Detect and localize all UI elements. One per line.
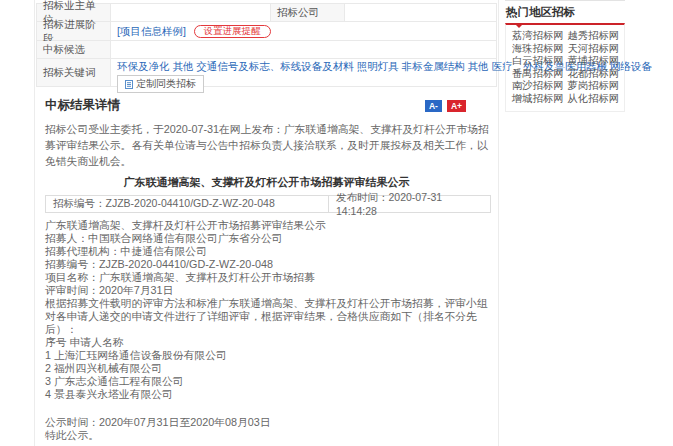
body-line: 特此公示。 [45, 429, 488, 442]
region-link[interactable]: 海珠招标网 [512, 43, 563, 56]
table-row: 招标进展阶段 [项目信息样例] 设置进展提醒 [37, 22, 496, 41]
body-line-text: 序号 申请人名称 [45, 336, 124, 348]
region-link[interactable]: 南沙招标网 [512, 80, 563, 93]
body-line: 4 景县泰兴永塔业有限公司 [45, 388, 488, 401]
keywords-label: 招标关键词 [37, 59, 111, 86]
body-line-text: 广东联通增高架、支撑杆及灯杆公开市场招募评审结果公示 [45, 219, 326, 231]
customize-similar-bids-button[interactable]: 定制同类招标 [117, 75, 204, 93]
region-link[interactable]: 天河招标网 [567, 43, 618, 56]
winning-candidate-value [111, 41, 496, 58]
hot-regions-box: 荔湾招标网海珠招标网白云招标网番禺招标网南沙招标网增城招标网 越秀招标网天河招标… [505, 23, 625, 112]
result-detail-section: 中标结果详情 A- A+ 招标公司受业主委托，于2020-07-31在网上发布：… [35, 87, 498, 446]
body-line-text: 2 福州四兴机械有限公司 [45, 362, 162, 374]
bid-company-label: 招标公司 [271, 4, 345, 21]
region-link[interactable]: 荔湾招标网 [512, 30, 563, 43]
table-row: 招标业主单位 招标公司 [37, 4, 496, 22]
body-line: 根据招募文件载明的评审方法和标准广东联通增高架、支撑杆及灯杆公开市场招募，评审小… [45, 297, 488, 336]
sidebar-divider [505, 0, 625, 1]
document-icon [125, 80, 133, 89]
body-line-text: 招募编号：ZJZB-2020-04410/GD-Z-WZ-20-048 [45, 258, 273, 270]
hot-regions-col1: 荔湾招标网海珠招标网白云招标网番禺招标网南沙招标网增城招标网 [512, 30, 563, 105]
body-line-text: 招募代理机构：中捷通信有限公司 [45, 245, 207, 257]
body-line: 招募代理机构：中捷通信有限公司 [45, 245, 488, 258]
publish-time: 发布时间：2020-07-31 14:14:28 [329, 196, 490, 212]
body-line-text: 评审时间：2020年7月31日 [45, 284, 173, 296]
intro-paragraph: 招标公司受业主委托，于2020-07-31在网上发布：广东联通增高架、支撑杆及灯… [45, 121, 492, 169]
region-link[interactable]: 番禺招标网 [512, 68, 563, 81]
region-link[interactable]: 黄埔招标网 [567, 55, 618, 68]
project-info-sample-link[interactable]: [项目信息样例] [117, 25, 186, 39]
body-line: 广东联通增高架、支撑杆及灯杆公开市场招募评审结果公示 [45, 219, 488, 232]
body-line-text: 根据招募文件载明的评审方法和标准广东联通增高架、支撑杆及灯杆公开市场招募，评审小… [45, 297, 488, 335]
tab-indicator-triangle [515, 24, 523, 28]
progress-stage-value: [项目信息样例] 设置进展提醒 [111, 22, 496, 40]
announcement-body: 广东联通增高架、支撑杆及灯杆公开市场招募评审结果公示招募人：中国联合网络通信有限… [45, 219, 488, 446]
main-panel: 招标业主单位 招标公司 招标进展阶段 [项目信息样例] 设置进展提醒 中标候选 … [34, 0, 499, 446]
announcement-title: 广东联通增高架、支撑杆及灯杆公开市场招募评审结果公示 [45, 175, 488, 190]
region-link[interactable]: 越秀招标网 [567, 30, 618, 43]
page-title: 中标结果详情 [45, 97, 120, 114]
body-line: 2 福州四兴机械有限公司 [45, 362, 488, 375]
detail-header: 中标结果详情 A- A+ [45, 97, 488, 114]
body-line: 评审时间：2020年7月31日 [45, 284, 488, 297]
table-row: 招标关键词 环保及净化 其他 交通信号及标志、标线设备及材料 照明灯具 非标金属… [37, 59, 496, 86]
hot-regions-col2: 越秀招标网天河招标网黄埔招标网花都招标网萝岗招标网从化招标网 [567, 30, 618, 105]
body-line: 序号 申请人名称 [45, 336, 488, 349]
body-line-text: 项目名称：广东联通增高架、支撑杆及灯杆公开市场招募 [45, 271, 315, 283]
hot-regions-sidebar: 热门地区招标 荔湾招标网海珠招标网白云招标网番禺招标网南沙招标网增城招标网 越秀… [505, 0, 625, 112]
body-line: 公示时间：2020年07月31日至2020年08月03日 [45, 416, 488, 429]
owner-unit-value [111, 4, 271, 21]
body-line-text: 公示时间：2020年07月31日至2020年08月03日 [45, 416, 271, 428]
body-line: 3 广东志众通信工程有限公司 [45, 375, 488, 388]
body-line-text: 招募人：中国联合网络通信有限公司广东省分公司 [45, 232, 283, 244]
customize-similar-bids-label: 定制同类招标 [136, 77, 196, 91]
body-line-text: 特此公示。 [45, 429, 99, 441]
announcement-meta-table: 招标编号：ZJZB-2020-04410/GD-Z-WZ-20-048 发布时间… [45, 195, 491, 213]
page: 招标业主单位 招标公司 招标进展阶段 [项目信息样例] 设置进展提醒 中标候选 … [0, 0, 673, 446]
winning-candidate-label: 中标候选 [37, 41, 111, 58]
set-progress-reminder-button[interactable]: 设置进展提醒 [194, 25, 271, 38]
region-link[interactable]: 增城招标网 [512, 93, 563, 106]
body-line-text: 3 广东志众通信工程有限公司 [45, 375, 184, 387]
region-link[interactable]: 白云招标网 [512, 55, 563, 68]
hot-regions-columns: 荔湾招标网海珠招标网白云招标网番禺招标网南沙招标网增城招标网 越秀招标网天河招标… [512, 30, 618, 105]
body-line: 1 上海汇珏网络通信设备股份有限公司 [45, 349, 488, 362]
bid-number: 招标编号：ZJZB-2020-04410/GD-Z-WZ-20-048 [46, 196, 329, 212]
region-link[interactable]: 花都招标网 [567, 68, 618, 81]
font-decrease-button[interactable]: A- [425, 100, 442, 112]
region-link[interactable]: 萝岗招标网 [567, 80, 618, 93]
region-link[interactable]: 从化招标网 [567, 93, 618, 106]
table-row: 中标候选 [37, 41, 496, 59]
hot-regions-title: 热门地区招标 [505, 3, 625, 23]
font-size-controls: A- A+ [425, 100, 466, 112]
progress-stage-label: 招标进展阶段 [37, 22, 111, 40]
bid-info-table: 招标业主单位 招标公司 招标进展阶段 [项目信息样例] 设置进展提醒 中标候选 … [36, 3, 497, 87]
body-line-text: 4 景县泰兴永塔业有限公司 [45, 388, 173, 400]
body-line: 项目名称：广东联通增高架、支撑杆及灯杆公开市场招募 [45, 271, 488, 284]
font-increase-button[interactable]: A+ [447, 100, 466, 112]
bid-company-value [345, 4, 496, 21]
body-line: 招募编号：ZJZB-2020-04410/GD-Z-WZ-20-048 [45, 258, 488, 271]
body-line: 招募人：中国联合网络通信有限公司广东省分公司 [45, 232, 488, 245]
body-line-text: 1 上海汇珏网络通信设备股份有限公司 [45, 349, 227, 361]
